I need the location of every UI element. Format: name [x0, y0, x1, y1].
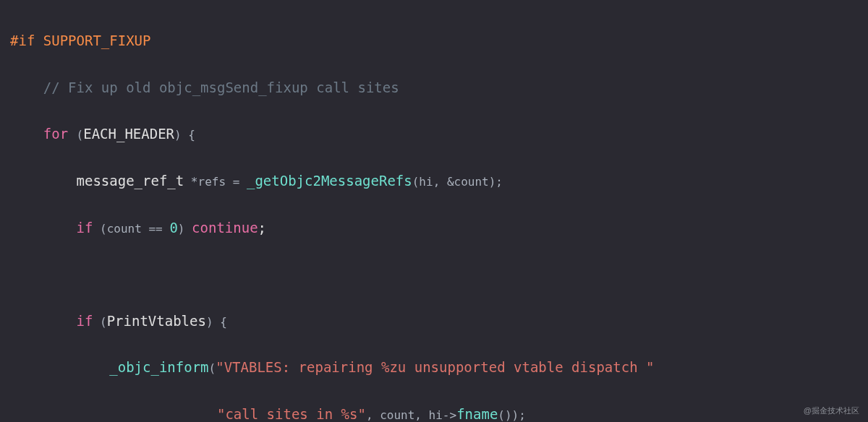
code-line: message_ref_t *refs = _getObjc2MessageRe…	[0, 169, 868, 192]
watermark: @掘金技术社区	[804, 404, 859, 418]
paren: (	[93, 222, 106, 236]
declarator: *refs =	[184, 175, 247, 189]
keyword-if: if	[77, 313, 93, 329]
brace: {	[182, 128, 195, 142]
paren: );	[489, 175, 503, 189]
code-line: if (count == 0) continue;	[0, 216, 868, 239]
condition: count ==	[107, 222, 170, 236]
paren: (	[93, 315, 106, 329]
args: , count, hi->	[366, 408, 456, 422]
function-call: _objc_inform	[109, 359, 208, 375]
keyword-for: for	[43, 126, 68, 142]
tail: ());	[498, 408, 526, 422]
identifier: PrintVtables	[107, 313, 206, 329]
args: hi, &count	[419, 175, 488, 189]
code-line	[0, 262, 868, 285]
code-line: if (PrintVtables) {	[0, 309, 868, 332]
paren: (	[77, 128, 84, 142]
code-line: // Fix up old objc_msgSend_fixup call si…	[0, 76, 868, 99]
semi: ;	[258, 220, 266, 236]
type: message_ref_t	[77, 173, 184, 189]
macro-name: SUPPORT_FIXUP	[43, 33, 151, 48]
function-call: _getObjc2MessageRefs	[247, 173, 412, 189]
paren: )	[178, 222, 192, 236]
keyword-if: if	[77, 220, 93, 236]
code-line: #if SUPPORT_FIXUP	[0, 29, 868, 52]
code-block: #if SUPPORT_FIXUP // Fix up old objc_msg…	[0, 0, 868, 422]
function-call: fname	[456, 406, 498, 422]
code-line: for (EACH_HEADER) {	[0, 122, 868, 145]
paren: )	[174, 128, 182, 142]
identifier: EACH_HEADER	[83, 126, 174, 142]
preproc-directive: #if	[10, 33, 35, 48]
paren-brace: ) {	[206, 315, 227, 329]
string: "call sites in %s"	[217, 406, 366, 422]
string: "VTABLES: repairing %zu unsupported vtab…	[216, 359, 654, 375]
code-line: "call sites in %s", count, hi->fname());	[0, 402, 868, 422]
paren: (	[209, 361, 216, 375]
paren: (	[412, 175, 420, 189]
comment: // Fix up old objc_msgSend_fixup call si…	[43, 79, 399, 95]
keyword-continue: continue	[192, 220, 258, 236]
number: 0	[169, 220, 177, 236]
code-line: _objc_inform("VTABLES: repairing %zu uns…	[0, 356, 868, 379]
